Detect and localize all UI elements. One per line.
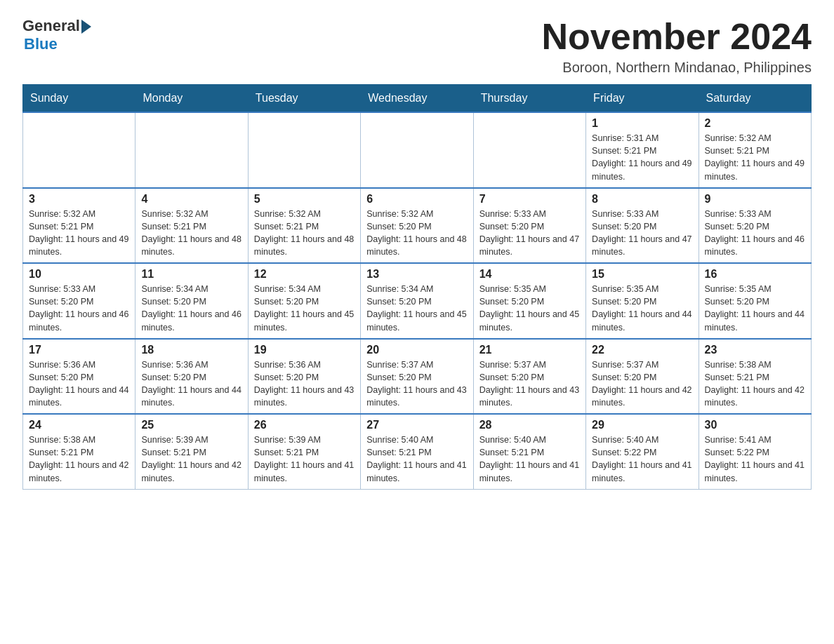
day-info: Sunrise: 5:40 AM Sunset: 5:22 PM Dayligh…	[592, 434, 692, 485]
day-number: 14	[479, 268, 580, 281]
calendar-cell: 2Sunrise: 5:32 AM Sunset: 5:21 PM Daylig…	[699, 112, 811, 188]
calendar-cell: 20Sunrise: 5:37 AM Sunset: 5:20 PM Dayli…	[361, 339, 473, 415]
day-number: 10	[29, 268, 129, 281]
day-number: 17	[29, 344, 129, 356]
calendar-cell: 1Sunrise: 5:31 AM Sunset: 5:21 PM Daylig…	[586, 112, 699, 188]
day-info: Sunrise: 5:38 AM Sunset: 5:21 PM Dayligh…	[705, 358, 805, 410]
calendar-cell: 28Sunrise: 5:40 AM Sunset: 5:21 PM Dayli…	[473, 414, 585, 489]
calendar-cell: 17Sunrise: 5:36 AM Sunset: 5:20 PM Dayli…	[23, 339, 135, 415]
day-info: Sunrise: 5:37 AM Sunset: 5:20 PM Dayligh…	[366, 358, 467, 410]
day-info: Sunrise: 5:34 AM Sunset: 5:20 PM Dayligh…	[366, 283, 467, 334]
day-info: Sunrise: 5:36 AM Sunset: 5:20 PM Dayligh…	[141, 358, 241, 410]
calendar-cell: 13Sunrise: 5:34 AM Sunset: 5:20 PM Dayli…	[361, 263, 473, 339]
day-number: 9	[705, 193, 805, 206]
day-info: Sunrise: 5:36 AM Sunset: 5:20 PM Dayligh…	[29, 358, 129, 410]
calendar-week-row: 24Sunrise: 5:38 AM Sunset: 5:21 PM Dayli…	[23, 414, 812, 489]
col-header-monday: Monday	[135, 85, 248, 113]
day-number: 2	[705, 117, 805, 130]
day-number: 20	[366, 344, 467, 356]
calendar-cell	[473, 112, 585, 188]
day-info: Sunrise: 5:41 AM Sunset: 5:22 PM Dayligh…	[705, 434, 805, 485]
day-number: 26	[254, 419, 355, 431]
calendar-cell: 19Sunrise: 5:36 AM Sunset: 5:20 PM Dayli…	[248, 339, 360, 415]
day-info: Sunrise: 5:35 AM Sunset: 5:20 PM Dayligh…	[479, 283, 580, 334]
col-header-friday: Friday	[586, 85, 699, 113]
day-info: Sunrise: 5:32 AM Sunset: 5:21 PM Dayligh…	[29, 208, 129, 259]
day-number: 27	[366, 419, 467, 431]
day-info: Sunrise: 5:39 AM Sunset: 5:21 PM Dayligh…	[141, 434, 241, 485]
day-number: 13	[366, 268, 467, 281]
calendar-cell: 25Sunrise: 5:39 AM Sunset: 5:21 PM Dayli…	[135, 414, 248, 489]
calendar-week-row: 1Sunrise: 5:31 AM Sunset: 5:21 PM Daylig…	[23, 112, 812, 188]
location-title: Boroon, Northern Mindanao, Philippines	[542, 60, 812, 76]
calendar-cell: 9Sunrise: 5:33 AM Sunset: 5:20 PM Daylig…	[699, 188, 811, 264]
calendar-week-row: 3Sunrise: 5:32 AM Sunset: 5:21 PM Daylig…	[23, 188, 812, 264]
day-info: Sunrise: 5:33 AM Sunset: 5:20 PM Dayligh…	[29, 283, 129, 334]
day-number: 3	[29, 193, 129, 206]
day-number: 22	[592, 344, 692, 356]
col-header-thursday: Thursday	[473, 85, 585, 113]
day-info: Sunrise: 5:32 AM Sunset: 5:21 PM Dayligh…	[141, 208, 241, 259]
calendar-cell: 12Sunrise: 5:34 AM Sunset: 5:20 PM Dayli…	[248, 263, 360, 339]
calendar-cell: 22Sunrise: 5:37 AM Sunset: 5:20 PM Dayli…	[586, 339, 699, 415]
day-number: 28	[479, 419, 580, 431]
calendar-cell: 21Sunrise: 5:37 AM Sunset: 5:20 PM Dayli…	[473, 339, 585, 415]
day-number: 24	[29, 419, 129, 431]
day-number: 21	[479, 344, 580, 356]
day-number: 19	[254, 344, 355, 356]
col-header-saturday: Saturday	[699, 85, 811, 113]
day-number: 25	[141, 419, 241, 431]
day-number: 11	[141, 268, 241, 281]
title-block: November 2024 Boroon, Northern Mindanao,…	[542, 17, 812, 76]
calendar-week-row: 17Sunrise: 5:36 AM Sunset: 5:20 PM Dayli…	[23, 339, 812, 415]
day-info: Sunrise: 5:35 AM Sunset: 5:20 PM Dayligh…	[592, 283, 692, 334]
calendar-cell	[361, 112, 473, 188]
day-info: Sunrise: 5:34 AM Sunset: 5:20 PM Dayligh…	[141, 283, 241, 334]
day-number: 6	[366, 193, 467, 206]
calendar-header-row: SundayMondayTuesdayWednesdayThursdayFrid…	[23, 85, 812, 113]
calendar-cell: 3Sunrise: 5:32 AM Sunset: 5:21 PM Daylig…	[23, 188, 135, 264]
calendar-cell: 18Sunrise: 5:36 AM Sunset: 5:20 PM Dayli…	[135, 339, 248, 415]
calendar-table: SundayMondayTuesdayWednesdayThursdayFrid…	[22, 84, 812, 490]
col-header-wednesday: Wednesday	[361, 85, 473, 113]
calendar-cell: 24Sunrise: 5:38 AM Sunset: 5:21 PM Dayli…	[23, 414, 135, 489]
calendar-week-row: 10Sunrise: 5:33 AM Sunset: 5:20 PM Dayli…	[23, 263, 812, 339]
calendar-cell: 5Sunrise: 5:32 AM Sunset: 5:21 PM Daylig…	[248, 188, 360, 264]
day-number: 29	[592, 419, 692, 431]
calendar-cell: 6Sunrise: 5:32 AM Sunset: 5:20 PM Daylig…	[361, 188, 473, 264]
day-info: Sunrise: 5:32 AM Sunset: 5:20 PM Dayligh…	[366, 208, 467, 259]
day-info: Sunrise: 5:37 AM Sunset: 5:20 PM Dayligh…	[592, 358, 692, 410]
day-info: Sunrise: 5:32 AM Sunset: 5:21 PM Dayligh…	[254, 208, 355, 259]
calendar-cell: 10Sunrise: 5:33 AM Sunset: 5:20 PM Dayli…	[23, 263, 135, 339]
calendar-cell: 8Sunrise: 5:33 AM Sunset: 5:20 PM Daylig…	[586, 188, 699, 264]
calendar-cell: 30Sunrise: 5:41 AM Sunset: 5:22 PM Dayli…	[699, 414, 811, 489]
day-number: 12	[254, 268, 355, 281]
col-header-tuesday: Tuesday	[248, 85, 360, 113]
day-info: Sunrise: 5:33 AM Sunset: 5:20 PM Dayligh…	[705, 208, 805, 259]
calendar-cell: 7Sunrise: 5:33 AM Sunset: 5:20 PM Daylig…	[473, 188, 585, 264]
calendar-cell: 15Sunrise: 5:35 AM Sunset: 5:20 PM Dayli…	[586, 263, 699, 339]
day-number: 8	[592, 193, 692, 206]
calendar-cell	[23, 112, 135, 188]
day-number: 4	[141, 193, 241, 206]
calendar-cell	[248, 112, 360, 188]
logo: General Blue	[22, 17, 91, 53]
day-info: Sunrise: 5:38 AM Sunset: 5:21 PM Dayligh…	[29, 434, 129, 485]
day-number: 7	[479, 193, 580, 206]
day-info: Sunrise: 5:33 AM Sunset: 5:20 PM Dayligh…	[479, 208, 580, 259]
day-number: 23	[705, 344, 805, 356]
day-number: 18	[141, 344, 241, 356]
day-number: 1	[592, 117, 692, 130]
logo-blue-text: Blue	[24, 35, 91, 53]
day-number: 16	[705, 268, 805, 281]
calendar-cell: 29Sunrise: 5:40 AM Sunset: 5:22 PM Dayli…	[586, 414, 699, 489]
day-info: Sunrise: 5:34 AM Sunset: 5:20 PM Dayligh…	[254, 283, 355, 334]
calendar-cell: 16Sunrise: 5:35 AM Sunset: 5:20 PM Dayli…	[699, 263, 811, 339]
day-number: 30	[705, 419, 805, 431]
calendar-cell: 23Sunrise: 5:38 AM Sunset: 5:21 PM Dayli…	[699, 339, 811, 415]
logo-general-text: General	[22, 17, 80, 35]
month-title: November 2024	[542, 17, 812, 57]
day-info: Sunrise: 5:31 AM Sunset: 5:21 PM Dayligh…	[592, 132, 692, 183]
calendar-cell: 27Sunrise: 5:40 AM Sunset: 5:21 PM Dayli…	[361, 414, 473, 489]
day-info: Sunrise: 5:33 AM Sunset: 5:20 PM Dayligh…	[592, 208, 692, 259]
